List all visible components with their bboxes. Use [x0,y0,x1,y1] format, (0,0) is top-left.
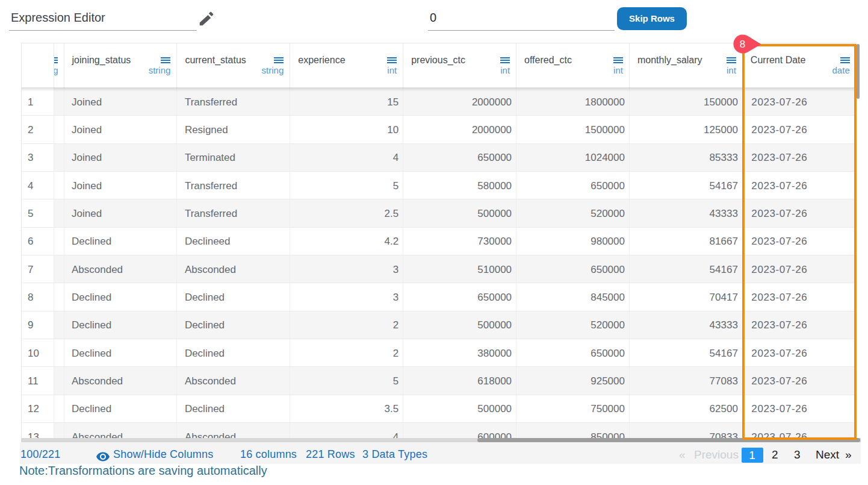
svg-text:8: 8 [740,39,745,50]
